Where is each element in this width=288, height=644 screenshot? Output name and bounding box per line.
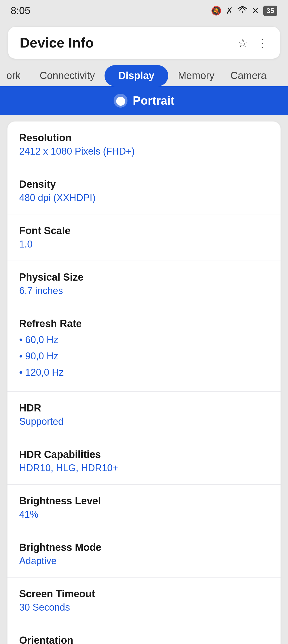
info-value-physical_size: 6.7 inches	[19, 285, 269, 296]
info-label-font_scale: Font Scale	[19, 225, 269, 237]
tab-display[interactable]: Display	[105, 65, 168, 86]
signal-icon: ✕	[252, 6, 259, 16]
info-row-resolution: Resolution2412 x 1080 Pixels (FHD+)	[7, 121, 281, 168]
favorite-icon[interactable]: ☆	[238, 36, 248, 50]
info-row-font_scale: Font Scale1.0	[7, 214, 281, 261]
display-info-card: Resolution2412 x 1080 Pixels (FHD+)Densi…	[7, 121, 281, 644]
wifi-icon	[237, 5, 247, 16]
info-value-refresh_rate: • 60,0 Hz • 90,0 Hz • 120,0 Hz	[19, 332, 269, 381]
info-row-refresh_rate: Refresh Rate• 60,0 Hz • 90,0 Hz • 120,0 …	[7, 307, 281, 392]
more-options-icon[interactable]: ⋮	[257, 36, 268, 50]
info-row-brightness_mode: Brightness ModeAdaptive	[7, 531, 281, 578]
tab-camera[interactable]: Camera	[224, 65, 276, 86]
info-value-screen_timeout: 30 Seconds	[19, 602, 269, 613]
info-label-orientation: Orientation	[19, 635, 269, 644]
info-label-density: Density	[19, 179, 269, 190]
info-label-brightness_level: Brightness Level	[19, 495, 269, 507]
info-row-hdr_capabilities: HDR CapabilitiesHDR10, HLG, HDR10+	[7, 438, 281, 485]
tab-work[interactable]: ork	[0, 65, 30, 86]
info-row-density: Density480 dpi (XXHDPI)	[7, 168, 281, 214]
info-value-brightness_mode: Adaptive	[19, 555, 269, 567]
info-row-hdr: HDRSupported	[7, 392, 281, 438]
app-bar-actions: ☆ ⋮	[238, 36, 268, 50]
tab-connectivity[interactable]: Connectivity	[30, 65, 105, 86]
status-time: 8:05	[11, 5, 30, 17]
status-bar: 8:05 🔕 ✗ ✕ 35	[0, 0, 288, 21]
info-value-hdr_capabilities: HDR10, HLG, HDR10+	[19, 462, 269, 474]
info-label-screen_timeout: Screen Timeout	[19, 588, 269, 600]
info-row-screen_timeout: Screen Timeout30 Seconds	[7, 578, 281, 624]
portrait-label: Portrait	[133, 94, 174, 107]
status-icons: 🔕 ✗ ✕ 35	[211, 5, 277, 16]
info-value-font_scale: 1.0	[19, 239, 269, 250]
info-value-density: 480 dpi (XXHDPI)	[19, 192, 269, 203]
info-label-resolution: Resolution	[19, 132, 269, 144]
tab-bar: ork Connectivity Display Memory Camera	[0, 59, 288, 86]
info-value-resolution: 644 x 288 Pixels (FHD+)	[19, 146, 269, 157]
portrait-icon: ⬤	[114, 94, 127, 108]
info-label-hdr: HDR	[19, 402, 269, 414]
info-row-brightness_level: Brightness Level41%	[7, 485, 281, 531]
info-row-orientation: OrientationPortrait	[7, 624, 281, 644]
app-bar: Device Info ☆ ⋮	[8, 27, 280, 59]
battery-icon: 35	[263, 6, 277, 16]
tab-memory[interactable]: Memory	[168, 65, 224, 86]
app-title: Device Info	[20, 35, 94, 51]
mute-icon: 🔕	[211, 6, 222, 16]
info-value-brightness_level: 41%	[19, 509, 269, 520]
info-label-hdr_capabilities: HDR Capabilities	[19, 449, 269, 460]
info-row-physical_size: Physical Size6.7 inches	[7, 261, 281, 307]
portrait-banner: ⬤ Portrait	[0, 86, 288, 115]
info-label-brightness_mode: Brightness Mode	[19, 542, 269, 553]
info-label-physical_size: Physical Size	[19, 272, 269, 283]
info-label-refresh_rate: Refresh Rate	[19, 318, 269, 329]
bluetooth-icon: ✗	[226, 6, 233, 16]
info-value-hdr: Supported	[19, 416, 269, 427]
